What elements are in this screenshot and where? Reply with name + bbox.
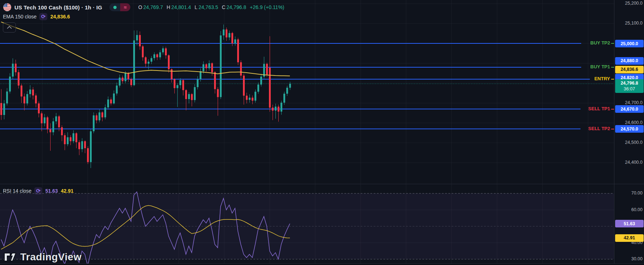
candle-body	[220, 35, 222, 97]
rsi-legend-value: 51.63	[45, 188, 58, 194]
candle-body	[249, 98, 251, 100]
level-name-entry[interactable]: ENTRY	[567, 76, 610, 81]
price-tick: 24,400.0	[614, 160, 643, 165]
candle-body	[257, 85, 259, 92]
ema-legend[interactable]: EMA 150 close ⟳ 24,836.6	[3, 13, 70, 20]
rsi-legend[interactable]: RSI 14 close ⟳ 51.63 42.91	[3, 187, 73, 195]
candle	[278, 104, 279, 121]
price-tick: 25,100.0	[614, 21, 643, 26]
candle	[81, 138, 83, 152]
close-label: C	[222, 4, 225, 10]
price-tick: 24,500.0	[614, 140, 643, 145]
candle-body	[237, 39, 239, 62]
chart-canvas[interactable]	[0, 0, 644, 265]
ema-legend-value: 24,836.6	[50, 14, 70, 20]
candle-body	[133, 40, 135, 85]
candle	[44, 114, 45, 126]
tradingview-watermark[interactable]: TradingView	[4, 251, 82, 263]
candle-body	[84, 141, 86, 148]
candle	[26, 91, 28, 106]
candle-body	[67, 137, 69, 144]
level-name-sell-tp2[interactable]: SELL TP2	[567, 126, 610, 131]
candle-body	[162, 48, 164, 52]
candle-body	[41, 114, 43, 124]
candle-body	[142, 46, 144, 57]
time-axis-edge	[0, 264, 644, 265]
candle-body	[87, 148, 89, 162]
level-name-buy-tp1[interactable]: BUY TP1	[567, 64, 610, 69]
rsi-ma-legend-value: 42.91	[61, 188, 73, 194]
candle	[200, 68, 201, 82]
candle-body	[90, 131, 92, 162]
candle-body	[246, 96, 248, 100]
candle-body	[23, 97, 25, 103]
level-name-buy-tp2[interactable]: BUY TP2	[567, 40, 610, 46]
candle-body	[260, 77, 262, 85]
candle-body	[3, 103, 5, 115]
candle	[49, 123, 51, 151]
candle	[165, 47, 167, 59]
candle-body	[231, 33, 233, 43]
candle	[156, 54, 158, 60]
rsi-legend-label: RSI 14 close	[3, 188, 31, 194]
candle-body	[116, 86, 118, 94]
level-dash	[611, 129, 614, 129]
level-price-label-sell-tp2[interactable]: 24,570.0	[615, 125, 644, 133]
candle-body	[148, 62, 149, 64]
symbol-header[interactable]: US Tech 100 Cash ($100) · 1h · IG ≈ O 24…	[3, 2, 284, 12]
candle-body	[136, 35, 138, 40]
candle	[211, 62, 213, 76]
candle-body	[151, 58, 152, 62]
candle	[246, 93, 248, 103]
level-price-label-buy-tp2[interactable]: 25,000.0	[615, 40, 644, 47]
rsi-tick: 70.00	[614, 191, 643, 196]
candle-body	[26, 94, 28, 103]
market-status-pill[interactable]: ≈	[109, 3, 130, 11]
ohlc-row: O 24,769.7 H 24,801.4 L 24,763.5 C 24,79…	[138, 4, 284, 10]
price-tick: 24,700.0	[614, 100, 643, 105]
price-tick: 25,200.0	[614, 1, 643, 6]
candle	[6, 88, 8, 106]
candle	[29, 85, 31, 98]
candle-body	[55, 116, 57, 121]
candle-body	[125, 73, 126, 81]
ema-line[interactable]	[1, 22, 290, 76]
candle	[231, 32, 233, 46]
candle-body	[203, 64, 204, 71]
candle-body	[229, 33, 230, 37]
candle	[168, 54, 170, 73]
level-name-sell-tp1[interactable]: SELL TP1	[567, 106, 610, 111]
refresh-icon[interactable]: ⟳	[39, 13, 47, 20]
rsi-value-label[interactable]: 51.63	[615, 220, 644, 227]
candle	[214, 71, 216, 94]
symbol-title[interactable]: US Tech 100 Cash ($100) · 1h · IG	[14, 4, 102, 10]
candle	[151, 56, 152, 64]
candle	[32, 87, 34, 99]
candle-body	[188, 94, 190, 99]
us-flag-icon	[3, 3, 12, 12]
candle	[260, 74, 262, 86]
ema-price-label[interactable]: 24,836.6	[615, 66, 644, 73]
candle	[188, 92, 190, 103]
legend-collapse-button[interactable]	[3, 22, 16, 33]
candle	[73, 130, 74, 143]
bar-countdown: 36:07	[624, 86, 635, 92]
rsi-value-label[interactable]: 42.91	[615, 234, 644, 242]
candle-body	[269, 68, 271, 108]
candle	[70, 135, 71, 145]
candle	[275, 104, 277, 119]
candle-body	[289, 84, 291, 88]
level-dash	[611, 109, 614, 110]
candle	[9, 73, 11, 94]
candle-body	[6, 91, 8, 103]
price-axis[interactable]: 25,200.025,100.024,700.024,600.024,500.0…	[614, 0, 644, 265]
candle	[254, 90, 256, 103]
level-price-label-buy-tp1[interactable]: 24,880.0	[615, 57, 644, 65]
candle-body	[182, 80, 184, 90]
candle-body	[171, 69, 173, 80]
level-price-label-sell-tp1[interactable]: 24,670.0	[615, 105, 644, 113]
current-price-label[interactable]: 24,796.836:07	[615, 79, 644, 93]
candle-body	[211, 63, 213, 72]
refresh-icon[interactable]: ⟳	[34, 187, 42, 195]
candle	[269, 36, 271, 112]
